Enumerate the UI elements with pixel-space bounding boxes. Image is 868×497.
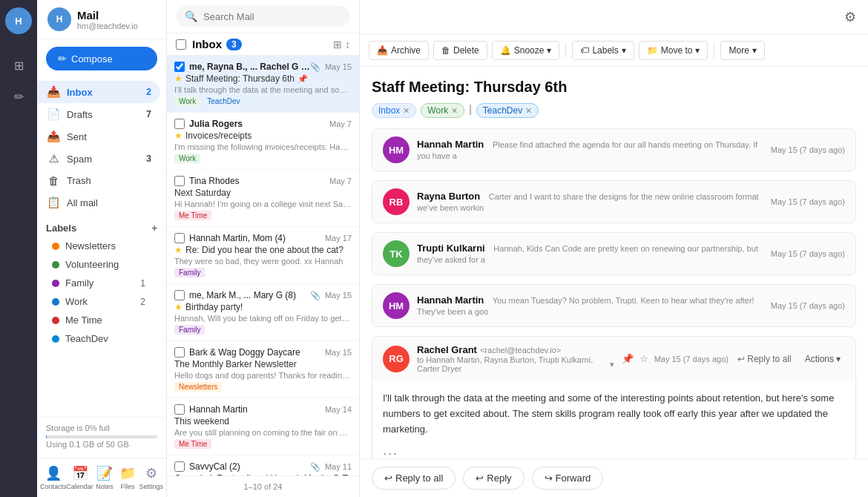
email-preview-2: I'm missing the following invoices/recei… (174, 142, 352, 151)
star-icon-4[interactable]: ★ (174, 245, 183, 255)
email-subject-7: This weekend (174, 416, 352, 427)
move-icon: 📁 (647, 45, 658, 56)
archive-button[interactable]: 📥 Archive (369, 41, 429, 60)
email-checkbox-2[interactable] (174, 119, 185, 129)
trash-icon: 🗑 (46, 174, 61, 187)
settings-button[interactable]: ⚙ (841, 6, 859, 28)
remove-work-tag[interactable]: ✕ (451, 106, 458, 116)
email-checkbox-7[interactable] (174, 404, 185, 415)
star-icon-2[interactable]: ★ (174, 131, 183, 141)
sidebar-avatar[interactable]: H (47, 7, 71, 31)
notes-icon-btn[interactable]: 📝Notes (93, 464, 116, 491)
tag-metime-3: Me Time (174, 211, 211, 220)
search-input[interactable] (203, 11, 341, 22)
label-item-newsletters[interactable]: Newsletters (46, 237, 151, 255)
email-checkbox-4[interactable] (174, 233, 185, 243)
expand-dots-5[interactable]: ··· (383, 443, 845, 458)
nav-item-all-mail[interactable]: 📋 All mail (37, 191, 160, 214)
email-item-2[interactable]: Julia Rogers May 7 ★ Invoices/receipts I… (167, 113, 359, 170)
email-item-4[interactable]: Hannah Martin, Mom (4) May 17 ★ Re: Did … (167, 227, 359, 284)
star-icon-5[interactable]: ★ (174, 302, 183, 312)
label-item-volunteering[interactable]: Volunteering (46, 255, 151, 274)
labels-title: Labels (46, 223, 76, 234)
sort-icon[interactable]: ↕ (345, 39, 350, 50)
tag-work-2: Work (174, 154, 200, 163)
files-icon-btn[interactable]: 📁Files (116, 464, 139, 491)
forward-button[interactable]: ↪ Forward (532, 467, 604, 490)
delete-button[interactable]: 🗑 Delete (433, 41, 487, 60)
select-all-checkbox[interactable] (176, 39, 186, 50)
main-sidebar: H Mail hm@teachdev.io ✏ Compose 📥 Inbox … (37, 0, 167, 497)
nav-item-spam[interactable]: ⚠ Spam 3 (37, 148, 160, 170)
msg-star-5[interactable]: ☆ (640, 353, 648, 364)
message-header-1[interactable]: HM Hannah Martin Please find attached th… (372, 129, 855, 171)
remove-inbox-tag[interactable]: ✕ (403, 106, 410, 116)
remove-teachdev-tag[interactable]: ✕ (525, 106, 532, 116)
snooze-button[interactable]: 🔔 Snooze ▾ (492, 41, 560, 60)
message-header-5[interactable]: RG Rachel Grant <rachel@teachdev.io> to … (372, 337, 855, 381)
subject-tag-inbox: Inbox ✕ (372, 103, 416, 118)
email-checkbox-3[interactable] (174, 176, 185, 186)
nav-item-inbox[interactable]: 📥 Inbox 2 (37, 81, 160, 103)
spam-icon: ⚠ (46, 152, 61, 165)
nav-item-sent[interactable]: 📤 Sent (37, 125, 160, 148)
sidebar-header: H Mail hm@teachdev.io (37, 0, 166, 39)
move-to-button[interactable]: 📁 Move to ▾ (639, 41, 708, 60)
label-item-teachdev[interactable]: TeachDev (46, 329, 151, 348)
inbox-sidebar: 🔍 Inbox 3 ⊞ ↕ me, Rayna B., ... Rachel G… (167, 0, 360, 497)
email-item-3[interactable]: Tina Rhodes May 7 Next Saturday Hi Hanna… (167, 170, 359, 227)
labels-button[interactable]: 🏷 Labels ▾ (572, 41, 634, 60)
contacts-icon-btn[interactable]: 👤Contacts (40, 464, 67, 491)
email-checkbox-1[interactable] (174, 62, 185, 72)
reply-label: Reply (487, 473, 511, 484)
label-item-family[interactable]: Family 1 (46, 274, 151, 292)
grid-icon[interactable]: ⊞ (5, 52, 32, 79)
reply-all-button[interactable]: ↩ Reply to all (372, 467, 456, 490)
email-sender-1: me, Rayna B., ... Rachel G (6) (189, 62, 310, 72)
star-icon-1[interactable]: ★ (174, 73, 183, 84)
msg-pin-5[interactable]: 📌 (622, 353, 634, 364)
actions-chevron-5: ▾ (836, 354, 841, 364)
reply-button[interactable]: ↩ Reply (463, 467, 524, 490)
msg-sender-name-5: Rachel Grant (417, 344, 477, 355)
message-header-4[interactable]: HM Hannah Martin You mean Tuesday? No pr… (372, 285, 855, 326)
email-tags-2: Work (174, 154, 352, 163)
message-header-3[interactable]: TK Trupti Kulkarni Hannah, Kids Can Code… (372, 233, 855, 274)
mail-app-title: Mail (77, 9, 138, 22)
email-date-1: May 15 (325, 62, 352, 71)
label-item-work[interactable]: Work 2 (46, 292, 151, 311)
email-item-6[interactable]: Bark & Wag Doggy Daycare May 15 The Mont… (167, 341, 359, 398)
user-avatar[interactable]: H (5, 7, 32, 34)
email-tags-1: Work TeachDev (174, 96, 352, 106)
email-item-5[interactable]: me, Mark M., ... Mary G (8) 📎 May 15 ★ B… (167, 284, 359, 341)
reply-all-btn-5[interactable]: ↩ Reply to all (734, 352, 795, 366)
nav-item-trash[interactable]: 🗑 Trash (37, 170, 160, 191)
label-item-metime[interactable]: Me Time (46, 311, 151, 329)
email-preview-6: Hello dogs and dog parents! Thanks for r… (174, 371, 352, 380)
calendar-icon-btn[interactable]: 📅Calendar (67, 464, 93, 491)
email-item-8[interactable]: SavvyCal (2) 📎 May 11 Canceled: Fastmail… (167, 455, 359, 475)
nav-item-drafts[interactable]: 📄 Drafts 7 (37, 103, 160, 125)
more-button[interactable]: More ▾ (720, 41, 764, 60)
email-checkbox-6[interactable] (174, 347, 185, 358)
recipients-chevron-5[interactable]: ▾ (610, 360, 614, 369)
email-checkbox-5[interactable] (174, 290, 185, 300)
email-tags-5: Family (174, 325, 352, 335)
compose-narrow-icon[interactable]: ✏ (5, 83, 32, 110)
email-preview-7: Are you still planning on coming to the … (174, 428, 352, 437)
add-label-icon[interactable]: + (151, 223, 157, 234)
labels-label: Labels (592, 45, 618, 56)
tag-newsletters-6: Newsletters (174, 382, 222, 392)
settings-icon-btn-bottom[interactable]: ⚙Settings (139, 464, 163, 491)
msg-date-2: May 15 (7 days ago) (771, 197, 845, 206)
filter-icon[interactable]: ⊞ (333, 39, 342, 50)
subject-text-6: The Monthly Barker Newsletter (174, 359, 297, 369)
message-header-2[interactable]: RB Rayna Burton Carter and I want to sha… (372, 181, 855, 223)
email-tags-7: Me Time (174, 439, 352, 449)
email-checkbox-8[interactable] (174, 461, 185, 472)
actions-dropdown-5[interactable]: Actions ▾ (800, 352, 845, 366)
email-tags-4: Family (174, 268, 352, 277)
compose-button[interactable]: ✏ Compose (46, 47, 157, 70)
email-item-7[interactable]: Hannah Martin May 14 This weekend Are yo… (167, 398, 359, 455)
email-item-1[interactable]: me, Rayna B., ... Rachel G (6) 📎 May 15 … (167, 56, 359, 113)
